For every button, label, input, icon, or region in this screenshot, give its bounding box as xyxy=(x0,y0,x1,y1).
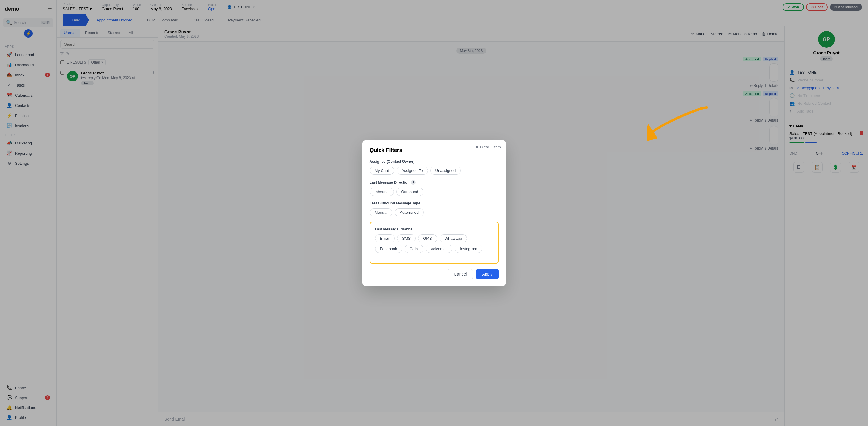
outbound-btn[interactable]: Outbound xyxy=(396,188,424,196)
modal-overlay[interactable]: Quick Filters ✕ Clear Filters Assigned (… xyxy=(0,0,868,426)
direction-btn-group: Inbound Outbound xyxy=(370,188,499,196)
my-chat-btn[interactable]: My Chat xyxy=(370,167,394,175)
sms-channel-btn[interactable]: SMS xyxy=(397,234,416,242)
quick-filters-modal: Quick Filters ✕ Clear Filters Assigned (… xyxy=(363,140,506,286)
info-icon: ℹ xyxy=(411,180,416,185)
apply-button[interactable]: Apply xyxy=(476,269,498,279)
voicemail-channel-btn[interactable]: Voicemail xyxy=(426,245,453,253)
last-msg-channel-section: Last Message Channel Email SMS GMB Whats… xyxy=(370,222,499,264)
clear-filters-btn[interactable]: ✕ Clear Filters xyxy=(475,145,501,149)
outbound-type-btn-group: Manual Automated xyxy=(370,208,499,217)
gmb-channel-btn[interactable]: GMB xyxy=(418,234,437,242)
x-clear-icon: ✕ xyxy=(475,145,478,149)
automated-btn[interactable]: Automated xyxy=(395,208,424,217)
assigned-to-btn[interactable]: Assigned To xyxy=(397,167,428,175)
channel-btn-group: Email SMS GMB Whatsapp Facebook Calls Vo… xyxy=(375,234,493,253)
email-channel-btn[interactable]: Email xyxy=(375,234,395,242)
facebook-channel-btn[interactable]: Facebook xyxy=(375,245,402,253)
assigned-btn-group: My Chat Assigned To Unassigned xyxy=(370,167,499,175)
whatsapp-channel-btn[interactable]: Whatsapp xyxy=(439,234,467,242)
unassigned-btn[interactable]: Unassigned xyxy=(430,167,461,175)
channel-label: Last Message Channel xyxy=(375,227,493,231)
manual-btn[interactable]: Manual xyxy=(370,208,393,217)
inbound-btn[interactable]: Inbound xyxy=(370,188,394,196)
outbound-type-label: Last Outbound Message Type xyxy=(370,201,499,205)
cancel-button[interactable]: Cancel xyxy=(447,269,473,279)
modal-footer: Cancel Apply xyxy=(370,269,499,279)
calls-channel-btn[interactable]: Calls xyxy=(405,245,424,253)
instagram-channel-btn[interactable]: Instagram xyxy=(455,245,482,253)
last-msg-direction-label: Last Message Direction ℹ xyxy=(370,180,499,185)
assigned-label: Assigned (Contact Owner) xyxy=(370,159,499,164)
arrow-annotation xyxy=(647,101,713,151)
